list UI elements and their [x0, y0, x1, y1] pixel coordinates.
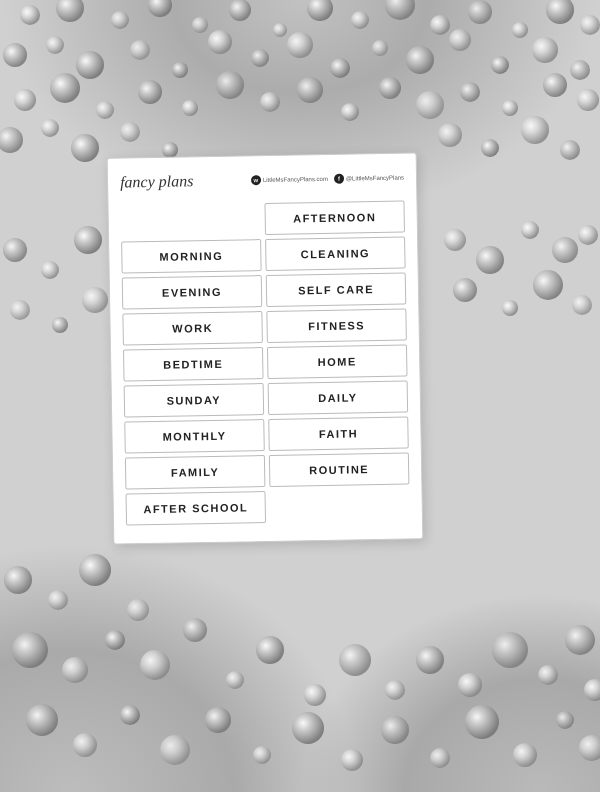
sticker-monthly: MONTHLY: [124, 419, 265, 453]
sticker-selfcare: SELF CARE: [266, 273, 407, 307]
website-link: w LittleMsFancyPlans.com: [251, 174, 328, 185]
sticker-bedtime: BEDTIME: [123, 347, 264, 381]
sticker-faith: FAITH: [268, 417, 409, 451]
social-link: f @LittleMsFancyPlans: [334, 173, 404, 184]
brand-name: fancy plans: [120, 172, 194, 191]
website-text: LittleMsFancyPlans.com: [263, 176, 328, 183]
sticker-home: HOME: [267, 345, 408, 379]
sticker-sunday: SUNDAY: [124, 383, 265, 417]
sticker-sheet: fancy plans w LittleMsFancyPlans.com f @…: [107, 152, 424, 544]
sticker-family: FAMILY: [125, 455, 266, 489]
sticker-grid: AFTERNOON MORNING CLEANING EVENING SELF …: [120, 201, 410, 526]
sticker-work: WORK: [122, 311, 263, 345]
sticker-fitness: FITNESS: [266, 309, 407, 343]
sticker-afterschool: AFTER SCHOOL: [126, 491, 267, 525]
sheet-header: fancy plans w LittleMsFancyPlans.com f @…: [120, 169, 404, 196]
sticker-morning: MORNING: [121, 239, 262, 273]
sticker-daily: DAILY: [268, 381, 409, 415]
sticker-afternoon: AFTERNOON: [264, 201, 405, 235]
sticker-cleaning: CLEANING: [265, 237, 406, 271]
sticker-evening: EVENING: [122, 275, 263, 309]
website-badge: w: [251, 175, 261, 185]
social-text: @LittleMsFancyPlans: [346, 175, 404, 182]
glitter-bottom-right: [300, 592, 600, 792]
sticker-routine: ROUTINE: [269, 453, 410, 487]
social-badge: f: [334, 174, 344, 184]
header-links: w LittleMsFancyPlans.com f @LittleMsFanc…: [251, 173, 404, 186]
